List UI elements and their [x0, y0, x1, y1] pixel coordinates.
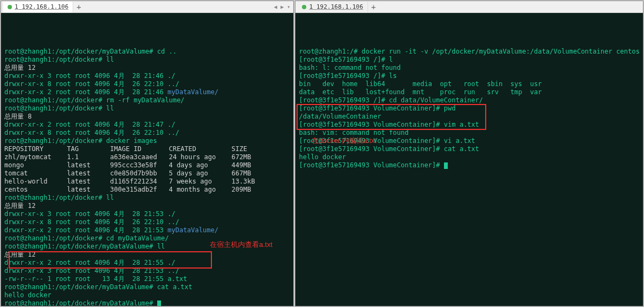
terminal-line: data etc lib lost+found mnt proc run srv…: [299, 88, 640, 96]
terminal-line: drwxr-xr-x 2 root root 4096 4月 28 21:47 …: [4, 121, 290, 129]
cursor-icon: [157, 301, 161, 306]
right-pane: 1 192.168.1.106 + 在docker 内编辑a.txt root@…: [295, 1, 643, 306]
terminal-line: [root@3f1e57169493 VolumeContainer]#: [299, 161, 640, 169]
terminal-line: [root@3f1e57169493 VolumeContainer]# vim…: [299, 121, 640, 129]
terminal-line: /data/VolumeContainer: [299, 113, 640, 121]
terminal-line: 总用量 12: [4, 202, 290, 210]
terminal-line: hello-world latest d1165f221234 7 weeks …: [4, 178, 290, 186]
terminal-line: drwxr-xr-x 8 root root 4096 4月 26 22:10 …: [4, 80, 290, 88]
tab-nav-arrows[interactable]: ◀ ▶ ▾: [274, 4, 290, 10]
terminal-line: 总用量 8: [4, 113, 290, 121]
terminal-line: 总用量 12: [4, 251, 290, 259]
terminal-line: [root@3f1e57169493 VolumeContainer]# pwd: [299, 104, 640, 113]
terminal-line: root@zhangh1:/opt/docker# ll: [4, 104, 290, 113]
terminal-line: drwxr-xr-x 3 root root 4096 4月 28 21:53 …: [4, 210, 290, 218]
terminal-line: root@zhangh1:/opt/docker# rm -rf myDataV…: [4, 96, 290, 104]
terminal-line: drwxr-xr-x 3 root root 4096 4月 28 21:46 …: [4, 72, 290, 80]
right-tab-bar: 1 192.168.1.106 +: [295, 1, 643, 13]
terminal-line: drwxr-xr-x 8 root root 4096 4月 26 22:10 …: [4, 129, 290, 137]
left-pane: 1 192.168.1.106 + ◀ ▶ ▾ 在宿主机内查看a.txt roo…: [1, 1, 294, 306]
right-terminal[interactable]: 在docker 内编辑a.txt root@zhangh1:/# docker …: [295, 13, 643, 306]
terminal-line: [root@3f1e57169493 /]# cd data/VolumeCon…: [299, 96, 640, 104]
terminal-line: [root@3f1e57169493 /]# l: [299, 56, 640, 64]
tab-title: 1 192.168.1.106: [309, 3, 363, 10]
terminal-line: drwxr-xr-x 8 root root 4096 4月 26 22:10 …: [4, 218, 290, 226]
terminal-line: [root@3f1e57169493 VolumeContainer]# cat…: [299, 145, 640, 153]
terminal-line: root@zhangh1:/opt/docker# docker images: [4, 137, 290, 145]
terminal-line: mongo latest 995ccc33e58f 4 days ago 449…: [4, 161, 290, 169]
terminal-line: drwxr-xr-x 2 root root 4096 4月 28 21:46 …: [4, 88, 290, 96]
terminal-line: root@zhangh1:/# docker run -it -v /opt/d…: [299, 48, 640, 56]
right-tab-1[interactable]: 1 192.168.1.106: [298, 2, 368, 12]
status-dot-icon: [302, 5, 306, 9]
terminal-line: bash: l: command not found: [299, 64, 640, 72]
terminal-line: root@zhangh1:/opt/docker# ll: [4, 56, 290, 64]
left-tab-bar: 1 192.168.1.106 + ◀ ▶ ▾: [1, 1, 293, 13]
left-terminal[interactable]: 在宿主机内查看a.txt root@zhangh1:/opt/docker/my…: [1, 13, 293, 306]
annotation-right: 在docker 内编辑a.txt: [312, 136, 376, 145]
terminal-line: REPOSITORY TAG IMAGE ID CREATED SIZE: [4, 145, 290, 153]
terminal-line: bash: vim: command not found: [299, 129, 640, 137]
terminal-line: 总用量 12: [4, 64, 290, 72]
terminal-line: root@zhangh1:/opt/docker# ll: [4, 194, 290, 202]
left-tab-1[interactable]: 1 192.168.1.106: [3, 2, 73, 12]
terminal-line: hello docker: [299, 153, 640, 161]
terminal-line: bin dev home lib64 media opt root sbin s…: [299, 80, 640, 88]
terminal-line: root@zhangh1:/opt/docker/myDataValume# c…: [4, 283, 290, 291]
status-dot-icon: [8, 5, 12, 9]
terminal-line: root@zhangh1:/opt/docker/myDataValume#: [4, 299, 290, 306]
annotation-left: 在宿主机内查看a.txt: [210, 240, 273, 249]
terminal-line: [root@3f1e57169493 /]# ls: [299, 72, 640, 80]
add-tab-button[interactable]: +: [368, 3, 379, 11]
terminal-line: -rw-r--r-- 1 root root 13 4月 28 21:55 a.…: [4, 275, 290, 283]
terminal-line: drwxr-xr-x 2 root root 4096 4月 28 21:55 …: [4, 259, 290, 267]
terminal-line: root@zhangh1:/opt/docker/myDataValume# c…: [4, 48, 290, 56]
add-tab-button[interactable]: +: [73, 3, 84, 11]
terminal-line: centos latest 300e315adb2f 4 months ago …: [4, 186, 290, 194]
terminal-line: tomcat latest c0e850d7b9bb 5 days ago 66…: [4, 169, 290, 178]
cursor-icon: [444, 162, 448, 169]
terminal-line: drwxr-xr-x 2 root root 4096 4月 28 21:53 …: [4, 226, 290, 234]
tab-title: 1 192.168.1.106: [15, 3, 68, 10]
terminal-line: zhl/mytomcat 1.1 a636ea3caaed 24 hours a…: [4, 153, 290, 161]
terminal-line: hello docker: [4, 291, 290, 299]
terminal-line: drwxr-xr-x 3 root root 4096 4月 28 21:53 …: [4, 267, 290, 275]
